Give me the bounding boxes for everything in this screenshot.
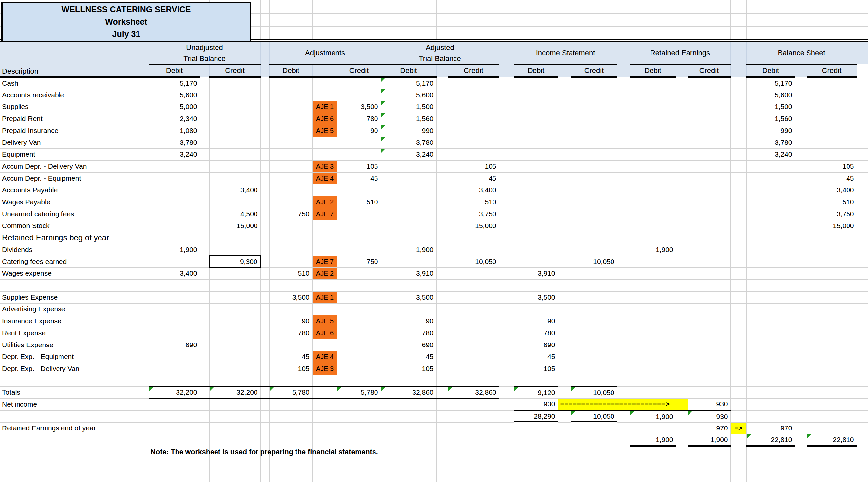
cell-spacer[interactable]	[617, 148, 630, 160]
cell-atb-d[interactable]	[381, 220, 436, 232]
cell-empty[interactable]	[499, 13, 514, 26]
cell-spacer[interactable]	[260, 363, 269, 375]
cell-spacer[interactable]	[676, 446, 687, 458]
cell-spacer[interactable]	[499, 160, 514, 172]
cell-is-c[interactable]	[571, 339, 617, 351]
cell-band-spacer[interactable]	[436, 64, 448, 77]
cell-spacer[interactable]	[731, 351, 746, 363]
cell-spacer[interactable]	[558, 232, 571, 244]
cell-spacer[interactable]	[731, 244, 746, 255]
cell-spacer[interactable]	[731, 172, 746, 184]
cell-spacer[interactable]	[676, 77, 687, 89]
cell-atb-c[interactable]: 32,860	[448, 387, 499, 398]
cell-utb-c[interactable]	[209, 434, 260, 446]
cell-adj-c[interactable]	[337, 375, 381, 387]
cell-spacer[interactable]	[558, 172, 571, 184]
cell-spacer[interactable]	[617, 363, 630, 375]
cell-utb-d[interactable]	[149, 398, 200, 410]
cell-spacer[interactable]	[499, 196, 514, 208]
cell-atb-c[interactable]: 15,000	[448, 220, 499, 232]
cell-is-c[interactable]	[571, 113, 617, 125]
cell-spacer[interactable]	[499, 363, 514, 375]
cell-bs-c[interactable]	[807, 291, 857, 303]
cell-spacer[interactable]	[857, 291, 868, 303]
cell-spacer[interactable]	[857, 136, 868, 148]
cell-atb-d[interactable]: 90	[381, 315, 436, 327]
cell-spacer[interactable]	[795, 268, 807, 279]
column-header-is-credit[interactable]: Credit	[571, 64, 617, 77]
cell-utb-c[interactable]	[209, 398, 260, 410]
cell-spacer[interactable]	[795, 398, 807, 410]
cell-spacer[interactable]	[558, 458, 571, 470]
cell-spacer[interactable]	[558, 387, 571, 398]
cell-spacer[interactable]	[857, 172, 868, 184]
cell-spacer[interactable]	[436, 89, 448, 101]
cell-spacer[interactable]	[731, 232, 746, 244]
cell-spacer[interactable]	[857, 77, 868, 89]
cell-empty[interactable]	[795, 13, 807, 26]
cell-atb-c[interactable]	[448, 279, 499, 291]
cell-utb-c[interactable]	[209, 351, 260, 363]
cell-utb-c[interactable]	[209, 339, 260, 351]
cell-utb-c[interactable]	[209, 268, 260, 279]
cell-empty[interactable]	[499, 26, 514, 40]
cell-spacer[interactable]	[857, 327, 868, 339]
cell-re-d[interactable]	[630, 268, 676, 279]
cell-spacer[interactable]	[731, 363, 746, 375]
cell-spacer[interactable]	[558, 136, 571, 148]
cell-utb-c[interactable]	[209, 172, 260, 184]
cell-spacer[interactable]	[499, 89, 514, 101]
cell-spacer[interactable]	[499, 422, 514, 434]
cell-bs-d[interactable]	[746, 160, 795, 172]
cell-bs-d[interactable]	[746, 351, 795, 363]
cell-spacer[interactable]	[857, 268, 868, 279]
cell-atb-d[interactable]	[381, 303, 436, 315]
cell-row-label[interactable]: Accounts receivable	[0, 89, 149, 101]
cell-spacer[interactable]	[200, 315, 209, 327]
cell-empty[interactable]	[436, 13, 448, 26]
cell-re-d[interactable]: 1,900	[630, 244, 676, 255]
cell-is-d[interactable]	[514, 208, 558, 220]
cell-utb-d[interactable]	[149, 220, 200, 232]
cell-re-c[interactable]	[687, 77, 731, 89]
cell-adj-c[interactable]	[337, 339, 381, 351]
cell-row-label[interactable]	[0, 410, 149, 422]
cell-re-d[interactable]	[630, 279, 676, 291]
cell-spacer[interactable]	[558, 327, 571, 339]
cell-spacer[interactable]	[676, 232, 687, 244]
cell-utb-d[interactable]	[149, 410, 200, 422]
cell-atb-c[interactable]	[448, 375, 499, 387]
cell-adj-d[interactable]: 90	[269, 315, 312, 327]
cell-atb-d[interactable]	[381, 398, 436, 410]
cell-atb-d[interactable]	[381, 470, 436, 482]
cell-adj-c[interactable]	[337, 434, 381, 446]
cell-is-d[interactable]	[514, 422, 558, 434]
cell-row-label[interactable]	[0, 434, 149, 446]
cell-adj-c[interactable]: 45	[337, 172, 381, 184]
cell-band-tail[interactable]	[857, 64, 868, 77]
cell-spacer[interactable]	[260, 244, 269, 255]
cell-spacer[interactable]	[795, 339, 807, 351]
cell-atb-d[interactable]	[381, 184, 436, 196]
cell-is-c[interactable]	[571, 244, 617, 255]
cell-spacer[interactable]	[795, 279, 807, 291]
cell-spacer[interactable]	[795, 125, 807, 136]
cell-spacer[interactable]	[676, 363, 687, 375]
cell-atb-c[interactable]	[448, 232, 499, 244]
cell-spacer[interactable]	[200, 101, 209, 113]
cell-adj-d[interactable]	[269, 160, 312, 172]
header-group-unadjusted-trial-balance[interactable]: Unadjusted Trial Balance	[149, 41, 260, 64]
cell-adj-c[interactable]	[337, 268, 381, 279]
cell-utb-d[interactable]: Note: The worksheet is used for preparin…	[149, 446, 200, 458]
cell-spacer[interactable]	[731, 101, 746, 113]
cell-spacer[interactable]	[260, 327, 269, 339]
cell-spacer[interactable]	[200, 77, 209, 89]
cell-band-spacer[interactable]	[558, 64, 571, 77]
cell-spacer[interactable]	[676, 113, 687, 125]
cell-spacer[interactable]	[436, 339, 448, 351]
cell-aje-tag[interactable]: AJE 2	[312, 196, 337, 208]
cell-atb-c[interactable]: 3,400	[448, 184, 499, 196]
cell-spacer[interactable]	[200, 172, 209, 184]
cell-spacer[interactable]	[731, 268, 746, 279]
cell-adj-c[interactable]	[337, 398, 381, 410]
